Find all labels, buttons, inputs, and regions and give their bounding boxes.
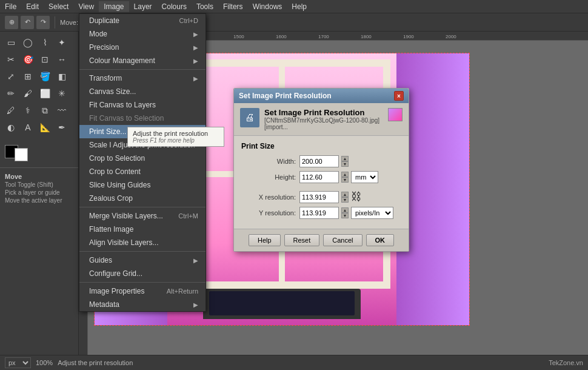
separator-1 — [79, 69, 205, 70]
tool-warp[interactable]: ⤢ — [2, 68, 19, 85]
menu-windows[interactable]: Windows — [248, 1, 287, 12]
zoom-display: 100% — [36, 359, 53, 366]
tool-paths[interactable]: ✒ — [53, 119, 70, 136]
height-down[interactable]: ▼ — [341, 177, 349, 183]
tool-clone[interactable]: ⧉ — [36, 102, 53, 119]
menu-view[interactable]: View — [73, 1, 99, 12]
menu-align-visible[interactable]: Align Visible Layers... — [79, 236, 205, 249]
tool-pencil[interactable]: ✏ — [2, 85, 19, 102]
help-button[interactable]: Help — [249, 234, 281, 246]
menu-file[interactable]: File — [0, 1, 21, 12]
menu-colour-management[interactable]: Colour Management ▶ — [79, 54, 205, 67]
move-label: Move — [5, 173, 73, 180]
tool-text[interactable]: A — [19, 119, 36, 136]
menu-select[interactable]: Select — [44, 1, 73, 12]
tool-dodge[interactable]: ◐ — [2, 119, 19, 136]
tool-bucket[interactable]: 🪣 — [36, 68, 53, 85]
ok-button[interactable]: OK — [366, 234, 395, 246]
tool-ellipse-select[interactable]: ◯ — [19, 34, 36, 51]
menu-crop-selection[interactable]: Crop to Selection — [79, 152, 205, 165]
menu-metadata[interactable]: Metadata ▶ — [79, 298, 205, 311]
height-row: Height: ▲ ▼ mm in px — [241, 171, 401, 183]
tool-rect-select[interactable]: ▭ — [2, 34, 19, 51]
menu-guides[interactable]: Guides ▶ — [79, 254, 205, 267]
menu-slice-guides[interactable]: Slice Using Guides — [79, 178, 205, 192]
menu-precision[interactable]: Precision ▶ — [79, 41, 205, 54]
tool-ink[interactable]: 🖊 — [2, 102, 19, 119]
tool-foreground-select[interactable]: 🎯 — [19, 51, 36, 68]
xres-input[interactable] — [299, 191, 339, 203]
menu-fit-canvas-layers[interactable]: Fit Canvas to Layers — [79, 98, 205, 112]
menu-tools[interactable]: Tools — [192, 1, 218, 12]
height-input[interactable] — [299, 171, 339, 183]
menu-fit-canvas-selection[interactable]: Fit Canvas to Selection — [79, 112, 205, 125]
separator-4 — [79, 282, 205, 283]
tool-gradient[interactable]: ◧ — [53, 68, 70, 85]
reset-button[interactable]: Reset — [284, 234, 320, 246]
menu-duplicate[interactable]: Duplicate Ctrl+D — [79, 14, 205, 27]
menu-zealous-crop[interactable]: Zealous Crop — [79, 192, 205, 205]
tool-smudge[interactable]: 〰 — [53, 102, 70, 119]
menu-canvas-size[interactable]: Canvas Size... — [79, 85, 205, 98]
yres-down[interactable]: ▼ — [341, 213, 349, 218]
menu-image[interactable]: Image — [99, 1, 129, 12]
dialog-header-thumbnail — [388, 108, 403, 121]
tool-eraser[interactable]: ⬜ — [36, 85, 53, 102]
res-unit-select[interactable]: pixels/In pixels/mm — [351, 207, 393, 219]
bg-color[interactable] — [15, 148, 28, 161]
cancel-button[interactable]: Cancel — [323, 234, 362, 246]
tool-fuzzy-select[interactable]: ✦ — [53, 34, 70, 51]
tool-lasso[interactable]: ⌇ — [36, 34, 53, 51]
dialog-footer: Help Reset Cancel OK — [234, 229, 409, 251]
menu-crop-content[interactable]: Crop to Content — [79, 165, 205, 178]
dialog-header-text: Set Image Print Resolution [CNftmSBM7mrK… — [264, 108, 383, 130]
xres-spinner: ▲ ▼ — [341, 192, 349, 203]
menu-filters[interactable]: Filters — [218, 1, 248, 12]
menu-help[interactable]: Help — [287, 1, 312, 12]
tool-align[interactable]: ⊞ — [19, 68, 36, 85]
height-up[interactable]: ▲ — [341, 172, 349, 177]
toolbar-icon-3[interactable]: ↷ — [36, 16, 50, 29]
menu-merge-visible[interactable]: Merge Visible Layers... Ctrl+M — [79, 209, 205, 223]
toolbar-icon-1[interactable]: ⊕ — [5, 16, 18, 29]
toolbar-icon-2[interactable]: ↶ — [21, 16, 34, 29]
menu-mode[interactable]: Mode ▶ — [79, 27, 205, 41]
dialog-body: Print Size Width: ▲ ▼ Height: ▲ ▼ mm — [234, 136, 409, 229]
image-menu: Duplicate Ctrl+D Mode ▶ Precision ▶ Colo… — [79, 13, 206, 312]
dialog-title: Set Image Print Resolution — [239, 92, 332, 100]
menu-edit[interactable]: Edit — [21, 1, 44, 12]
xres-input-group: ▲ ▼ ⛓ — [299, 190, 359, 203]
menu-colours[interactable]: Colours — [157, 1, 192, 12]
laptop — [203, 289, 361, 319]
tool-paintbrush[interactable]: 🖌 — [19, 85, 36, 102]
tool-scissors[interactable]: ✂ — [2, 51, 19, 68]
yres-up[interactable]: ▲ — [341, 207, 349, 213]
width-input[interactable] — [299, 155, 339, 167]
tool-transform[interactable]: ↔ — [53, 51, 70, 68]
xres-up[interactable]: ▲ — [341, 192, 349, 197]
width-down[interactable]: ▼ — [341, 161, 349, 167]
width-up[interactable]: ▲ — [341, 156, 349, 161]
menu-transform[interactable]: Transform ▶ — [79, 72, 205, 85]
menu-flatten[interactable]: Flatten Image — [79, 223, 205, 236]
tool-measure[interactable]: 📐 — [36, 119, 53, 136]
xres-down[interactable]: ▼ — [341, 197, 349, 203]
pick-hint: Pick a layer or guide — [5, 189, 73, 196]
dialog-close-button[interactable]: × — [394, 91, 404, 101]
toolbox: ▭ ◯ ⌇ ✦ ✂ 🎯 ⊡ ↔ ⤢ ⊞ 🪣 ◧ ✏ 🖌 ⬜ ✳ 🖊 ⚕ ⧉ 〰 … — [0, 32, 79, 355]
tool-crop[interactable]: ⊡ — [36, 51, 53, 68]
unit-select[interactable]: mm in px — [351, 171, 378, 183]
print-resolution-dialog: Set Image Print Resolution × 🖨 Set Image… — [233, 88, 409, 252]
tool-airbrush[interactable]: ✳ — [53, 85, 70, 102]
chain-icon: ⛓ — [351, 190, 359, 203]
menu-image-properties[interactable]: Image Properties Alt+Return — [79, 284, 205, 298]
menu-configure-grid[interactable]: Configure Grid... — [79, 267, 205, 280]
separator-2 — [79, 207, 205, 207]
yres-input-group: ▲ ▼ pixels/In pixels/mm — [299, 207, 393, 219]
tool-heal[interactable]: ⚕ — [19, 102, 36, 119]
tool-toggle-hint: Tool Toggle (Shift) — [5, 181, 73, 188]
yres-input[interactable] — [299, 207, 339, 219]
menu-layer[interactable]: Layer — [129, 1, 157, 12]
width-input-group: ▲ ▼ — [299, 155, 349, 167]
unit-dropdown[interactable]: px in mm — [5, 357, 31, 368]
